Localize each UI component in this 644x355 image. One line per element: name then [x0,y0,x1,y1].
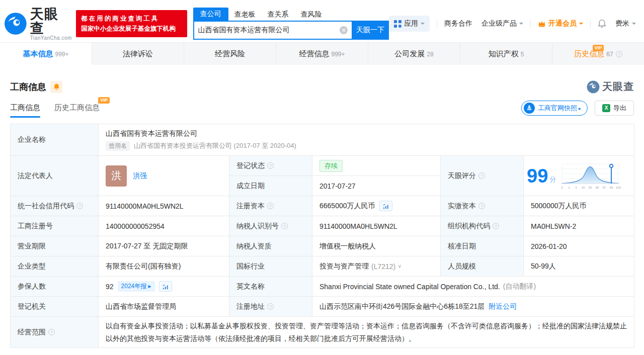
label-text: 注册资本 [236,202,265,211]
brand-name: 天眼查 [30,7,72,35]
top-header: 天眼查 TianYanCha.com 都在用的商业查询工具 国家中小企业发展子基… [0,0,644,43]
nearby-companies-link[interactable]: 附近公司 [489,302,517,311]
divider [590,20,591,28]
nav-apps[interactable]: 应用 [389,16,430,32]
subtab-business-info[interactable]: 工商信息 [10,103,40,118]
label-text: 统一社会信用代码 [18,202,74,211]
search-input[interactable] [194,26,340,34]
label-text: 经营范围 [18,328,46,337]
help-icon[interactable]: ? [267,303,274,310]
field-label: 国标行业 [229,256,312,277]
tab-label: 公司发展 [394,49,425,59]
help-icon[interactable]: ? [267,203,274,209]
capital-trend-icon[interactable] [379,201,392,211]
svg-text:0: 0 [561,186,564,189]
help-icon[interactable]: ? [478,172,485,179]
header-nav: 应用 商务合作 企业级产品 开通会员 费米 [389,16,636,32]
tab-legal-proceedings[interactable]: 法律诉讼 [92,43,184,65]
tab-intellectual-property[interactable]: 知识产权 5 [460,43,552,65]
notification-bell[interactable] [598,19,606,28]
tab-label: 基本信息 [23,49,53,59]
label-text: 实缴资本 [448,202,476,211]
section-title: 工商信息 [10,81,46,93]
chevron-down-icon [519,23,523,27]
search-clear-icon[interactable]: ✕ [340,26,348,34]
former-name: 山西省国有资本投资运营有限公司 (2017-07 至 2020-04) [134,141,296,150]
help-icon[interactable]: ? [493,223,499,229]
tab-basic-info[interactable]: 基本信息 999+ [0,43,92,65]
vip-badge: VIP [98,97,110,104]
chevron-down-icon[interactable]: ∨ [397,263,401,270]
nav-enterprise-label: 企业级产品 [481,19,517,28]
field-label: 英文名称 [229,277,312,297]
search-tab-boss[interactable]: 查老板 [228,9,262,21]
insured-trend-icon[interactable] [159,281,172,292]
search-tab-risk[interactable]: 查风险 [295,9,328,21]
nav-cooperation-label: 商务合作 [444,19,472,28]
field-label: 成立日期 [229,176,312,196]
help-icon[interactable]: ? [281,223,288,229]
score-cell: 99 分 0 1 3 15 50 85 97 99 [524,156,634,196]
company-name: 山西省国有资本运营有限公司 [106,129,197,138]
chevron-down-icon [421,23,425,27]
tianyancha-logo-icon [587,80,600,94]
tab-history-info[interactable]: VIP 历史信息 67 ? [552,43,644,65]
tab-operation-risk[interactable]: 经营风险 [184,43,276,65]
promo-line2: 国家中小企业发展子基金旗下机构 [81,24,182,34]
field-label: 经营范围 ? [11,317,99,348]
tianyancha-logo-icon [4,12,27,35]
english-name-cell: Shanxi Provincial State owned Capital Op… [312,277,634,297]
field-label: 纳税人资质 [229,236,312,256]
brand-domain: TianYanCha.com [30,35,72,41]
help-icon[interactable]: ? [76,203,83,209]
legal-rep-avatar[interactable]: 洪 [106,165,127,187]
label-text: 组织机构代码 [448,222,490,231]
reg-capital-cell: 6665000万人民币 [312,196,441,216]
apps-grid-icon [394,20,401,28]
annual-report-tag[interactable]: 2024年报 ▸ [118,281,155,292]
promo-banner: 都在用的商业查询工具 国家中小企业发展子基金旗下机构 [76,10,187,37]
svg-text:97: 97 [603,186,606,189]
reg-capital: 6665000万人民币 [319,202,375,211]
address-text: 山西示范区南中环街426号国际金融中心6栋18至21层 [319,302,485,311]
help-icon[interactable]: ? [48,329,55,335]
tab-count: 67 [606,51,613,58]
paid-capital: 5000000万人民币 [524,196,634,216]
nav-open-vip[interactable]: 开通会员 [538,19,583,28]
svg-text:1: 1 [569,186,571,189]
subtab-label: 历史工商信息 [54,103,100,112]
stamp-icon [524,103,535,114]
field-label: 实缴资本 ? [441,196,524,216]
help-icon[interactable]: ? [616,51,622,57]
search-tab-relation[interactable]: 查关系 [262,9,295,21]
address-cell: 山西示范区南中环街426号国际金融中心6栋18至21层 附近公司 [312,297,634,317]
nav-enterprise[interactable]: 企业级产品 [481,19,523,28]
tianyancha-logo[interactable]: 天眼查 TianYanCha.com [4,7,72,41]
search-tab-company[interactable]: 查公司 [193,8,228,21]
search-button[interactable]: 天眼一下 [352,21,389,40]
field-label: 营业期限 [11,236,99,256]
industry-cell: 投资与资产管理 (L7212) ∨ [312,256,441,277]
tab-count: 28 [427,51,433,58]
svg-text:3: 3 [576,186,578,189]
official-snapshot-button[interactable]: 工商官网快照 ▸ [521,101,588,116]
field-label: 纳税人识别号 ? [229,216,312,236]
help-icon[interactable]: ? [267,162,274,169]
nav-cooperation[interactable]: 商务合作 [444,19,472,28]
divider [437,20,437,28]
help-icon[interactable]: ? [478,203,485,209]
divider [530,20,531,28]
legal-rep-link[interactable]: 洪强 [133,171,147,181]
chevron-down-icon [632,23,636,27]
section-watermark-logo: 天眼查 [587,80,634,94]
tab-operation-info[interactable]: 经营信息 999+ [276,43,368,65]
subtab-history-business-info[interactable]: VIP 历史工商信息 [54,103,100,118]
english-name: Shanxi Provincial State owned Capital Op… [319,283,500,291]
export-button[interactable]: X 导出 [595,101,634,116]
subscribe-bell-button[interactable] [50,81,62,93]
vip-badge: VIP [593,45,604,51]
tab-label: 法律诉讼 [123,49,153,59]
tab-company-development[interactable]: 公司发展 28 [368,43,460,65]
tab-count: 5 [521,51,524,58]
user-menu[interactable]: 费米 [615,19,636,28]
